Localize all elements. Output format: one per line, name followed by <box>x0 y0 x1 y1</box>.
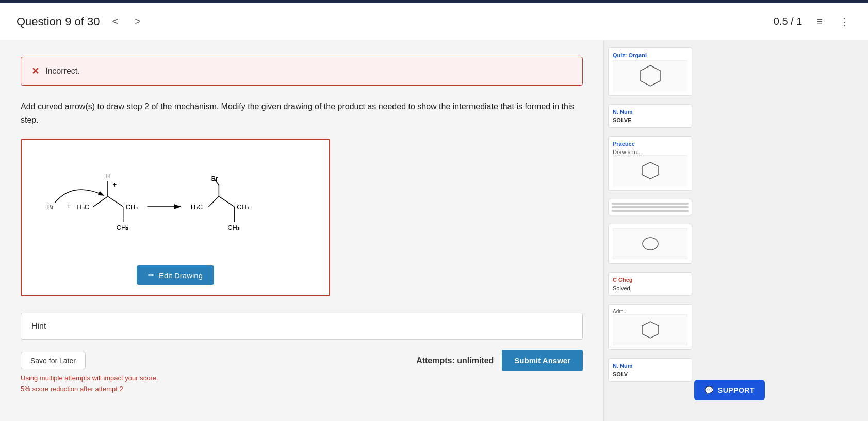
incorrect-icon: ✕ <box>31 65 39 77</box>
line-2 <box>612 206 689 208</box>
sidebar-item-3[interactable]: Practice Draw a m... <box>608 136 692 191</box>
question-text: Add curved arrow(s) to draw step 2 of th… <box>21 100 583 126</box>
sidebar-item-adm-header: Adm... <box>613 309 687 314</box>
curved-arrow <box>55 190 104 203</box>
shape-svg <box>640 233 661 254</box>
hexagon-svg <box>637 63 663 89</box>
hint-section[interactable]: Hint <box>21 313 583 340</box>
prev-button[interactable]: < <box>108 13 122 29</box>
save-for-later-button[interactable]: Save for Later <box>21 352 86 369</box>
edit-drawing-label: Edit Drawing <box>159 271 203 280</box>
hexagon-small-svg <box>640 160 661 181</box>
drawing-area: Br + H₃C H + CH₃ CH₃ <box>21 139 330 296</box>
bond-2 <box>108 196 123 207</box>
adm-svg <box>640 319 661 340</box>
charge-plus: + <box>113 181 117 189</box>
br-label-product: Br <box>211 175 219 182</box>
sidebar-item-num-label: SOLV <box>613 371 687 377</box>
sidebar-item-1[interactable]: Quiz: Organi <box>608 47 692 96</box>
score-warning: Using multiple attempts will impact your… <box>21 374 583 393</box>
sidebar-item-3-image <box>613 155 687 186</box>
list-icon-button[interactable]: ≡ <box>814 13 825 29</box>
submit-answer-button[interactable]: Submit Answer <box>502 350 583 371</box>
edit-drawing-button[interactable]: ✏ Edit Drawing <box>137 265 214 285</box>
ch3-label-bottom: CH₃ <box>117 224 129 231</box>
bottom-actions: Save for Later Attempts: unlimited Submi… <box>21 350 583 371</box>
h3c-label-left: H₃C <box>77 203 89 211</box>
sidebar-lines <box>608 199 692 215</box>
sidebar-item-solved[interactable]: C Cheg Solved <box>608 272 692 296</box>
header-right: 0.5 / 1 ≡ ⋮ <box>774 13 851 30</box>
edit-button-wrapper: ✏ Edit Drawing <box>32 265 319 285</box>
br-label-left: Br <box>47 203 55 211</box>
line-3 <box>612 210 689 212</box>
svg-point-4 <box>643 238 658 250</box>
sidebar-item-shape-image <box>613 228 687 259</box>
next-button[interactable]: > <box>130 13 145 29</box>
main-container: ✕ Incorrect. Add curved arrow(s) to draw… <box>0 40 868 421</box>
sidebar-item-solved-header: C Cheg <box>613 277 687 283</box>
prod-bond-2 <box>219 196 234 207</box>
score-display: 0.5 / 1 <box>774 15 803 27</box>
svg-marker-3 <box>642 162 659 179</box>
ch3-product-right: CH₃ <box>237 203 249 211</box>
header-left: Question 9 of 30 < > <box>17 13 145 29</box>
content-area: ✕ Incorrect. Add curved arrow(s) to draw… <box>0 40 603 421</box>
more-options-button[interactable]: ⋮ <box>837 13 851 30</box>
h3c-label-product: H₃C <box>191 203 203 211</box>
svg-marker-2 <box>641 65 660 86</box>
right-actions: Attempts: unlimited Submit Answer <box>416 350 583 371</box>
sidebar-item-solved-label: Solved <box>613 285 687 291</box>
sidebar-item-shape[interactable] <box>608 224 692 264</box>
chemistry-svg: Br + H₃C H + CH₃ CH₃ <box>32 150 319 253</box>
bond-1 <box>93 196 108 207</box>
right-sidebar: Quiz: Organi N. Num SOLVE Practice Draw … <box>603 40 696 421</box>
line-1 <box>612 203 689 205</box>
sidebar-item-1-image <box>613 60 687 91</box>
sidebar-item-3-header: Practice <box>613 141 687 147</box>
ch3-label-right: CH₃ <box>126 203 138 211</box>
sidebar-item-num-header: N. Num <box>613 363 687 369</box>
svg-marker-5 <box>642 322 659 338</box>
sidebar-item-3-label: Draw a m... <box>613 149 687 155</box>
hint-label: Hint <box>31 322 46 330</box>
support-icon: 💬 <box>705 386 714 394</box>
plus-sign: + <box>67 202 71 210</box>
sidebar-item-adm-image <box>613 314 687 345</box>
support-button[interactable]: 💬 SUPPORT <box>694 380 765 400</box>
header: Question 9 of 30 < > 0.5 / 1 ≡ ⋮ <box>0 3 868 40</box>
score-warning-line1: Using multiple attempts will impact your… <box>21 374 583 382</box>
sidebar-item-num[interactable]: N. Num SOLV <box>608 358 692 382</box>
sidebar-item-2-label: SOLVE <box>613 117 687 123</box>
incorrect-banner: ✕ Incorrect. <box>21 57 583 86</box>
sidebar-item-1-header: Quiz: Organi <box>613 52 687 58</box>
sidebar-item-2[interactable]: N. Num SOLVE <box>608 104 692 128</box>
sidebar-item-adm[interactable]: Adm... <box>608 304 692 350</box>
score-warning-line2: 5% score reduction after attempt 2 <box>21 385 583 393</box>
h-label: H <box>105 173 110 180</box>
incorrect-text: Incorrect. <box>45 66 80 76</box>
attempts-text: Attempts: unlimited <box>416 356 494 365</box>
pencil-icon: ✏ <box>148 271 155 280</box>
sidebar-item-2-header: N. Num <box>613 109 687 115</box>
ch3-product-bottom: CH₃ <box>227 224 240 231</box>
prod-bond-1 <box>209 196 219 207</box>
support-label: SUPPORT <box>718 386 755 394</box>
question-title: Question 9 of 30 <box>17 15 100 28</box>
